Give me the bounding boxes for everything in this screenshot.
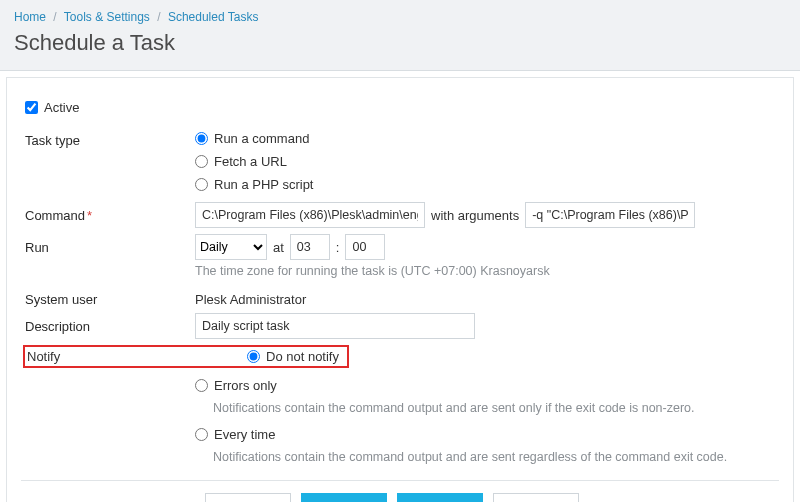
notify-errors-label: Errors only <box>214 378 277 393</box>
notify-label: Notify <box>27 349 187 364</box>
run-label: Run <box>25 234 195 255</box>
run-at-label: at <box>273 240 284 255</box>
task-type-command-label: Run a command <box>214 131 309 146</box>
notify-none-radio[interactable] <box>247 350 260 363</box>
notify-errors-hint: Notifications contain the command output… <box>195 397 775 417</box>
task-type-label: Task type <box>25 127 195 148</box>
command-label: Command <box>25 208 85 223</box>
cancel-button[interactable]: Cancel <box>493 493 579 502</box>
form-panel: Active Task type Run a command Fetch a U… <box>6 77 794 502</box>
run-hour-input[interactable] <box>290 234 330 260</box>
system-user-value: Plesk Administrator <box>195 286 775 307</box>
run-timezone-hint: The time zone for running the task is (U… <box>195 260 775 280</box>
notify-none-label: Do not notify <box>266 349 339 364</box>
notify-errors-radio[interactable] <box>195 379 208 392</box>
task-type-fetch-radio[interactable] <box>195 155 208 168</box>
task-type-fetch-label: Fetch a URL <box>214 154 287 169</box>
required-star-icon: * <box>87 208 92 223</box>
apply-button[interactable]: Apply <box>397 493 483 502</box>
description-label: Description <box>25 313 195 334</box>
breadcrumb-tools[interactable]: Tools & Settings <box>64 10 150 24</box>
ok-button[interactable]: OK <box>301 493 387 502</box>
command-args-input[interactable] <box>525 202 695 228</box>
task-type-php-radio[interactable] <box>195 178 208 191</box>
notify-highlight-box: Notify Do not notify <box>23 345 349 368</box>
breadcrumb-home[interactable]: Home <box>14 10 46 24</box>
page-title: Schedule a Task <box>14 30 786 56</box>
breadcrumb-sep-icon: / <box>157 10 160 24</box>
task-type-php-label: Run a PHP script <box>214 177 313 192</box>
time-colon-label: : <box>336 240 340 255</box>
breadcrumb-sep-icon: / <box>53 10 56 24</box>
command-path-input[interactable] <box>195 202 425 228</box>
task-type-command-radio[interactable] <box>195 132 208 145</box>
run-now-button[interactable]: Run Now <box>205 493 291 502</box>
run-period-select[interactable]: Daily <box>195 234 267 260</box>
notify-every-label: Every time <box>214 427 275 442</box>
active-checkbox[interactable] <box>25 101 38 114</box>
run-minute-input[interactable] <box>345 234 385 260</box>
breadcrumb: Home / Tools & Settings / Scheduled Task… <box>14 10 786 24</box>
system-user-label: System user <box>25 286 195 307</box>
notify-every-radio[interactable] <box>195 428 208 441</box>
breadcrumb-scheduled-tasks[interactable]: Scheduled Tasks <box>168 10 259 24</box>
active-label: Active <box>44 100 79 115</box>
description-input[interactable] <box>195 313 475 339</box>
notify-every-hint: Notifications contain the command output… <box>195 446 775 466</box>
with-arguments-label: with arguments <box>431 208 519 223</box>
divider <box>21 480 779 481</box>
